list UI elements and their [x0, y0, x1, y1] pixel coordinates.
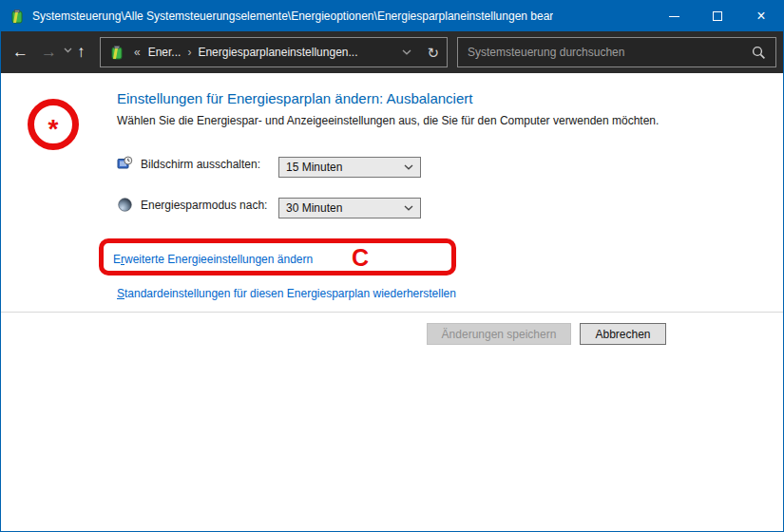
app-window: Systemsteuerung\Alle Systemsteuerungsele…: [0, 0, 784, 532]
breadcrumb-energieoptionen[interactable]: Ener...: [146, 46, 183, 59]
link-accelerator: S: [117, 287, 124, 300]
restore-defaults-link[interactable]: Standardeinstellungen für diesen Energie…: [117, 287, 456, 300]
title-bar: Systemsteuerung\Alle Systemsteuerungsele…: [1, 1, 783, 31]
sleep-icon: [117, 197, 133, 213]
close-icon: ×: [756, 9, 765, 24]
annotation-asterisk: *: [48, 114, 59, 144]
window-title: Systemsteuerung\Alle Systemsteuerungsele…: [32, 10, 553, 23]
breadcrumb-separator-icon: ›: [182, 46, 196, 59]
search-box: [457, 37, 776, 67]
save-changes-button[interactable]: Änderungen speichern: [427, 323, 571, 345]
chevron-down-icon: [404, 164, 413, 170]
annotation-letter-c: C: [352, 244, 369, 272]
display-off-label: Bildschirm ausschalten:: [141, 158, 260, 171]
minimize-icon: [669, 16, 679, 17]
chevron-down-icon: [402, 49, 411, 55]
address-dropdown-button[interactable]: [402, 49, 411, 55]
power-options-icon: [108, 45, 124, 61]
display-timeout-icon: [117, 156, 133, 172]
maximize-button[interactable]: [696, 1, 739, 31]
address-bar[interactable]: « Ener... › Energiesparplaneinstellungen…: [100, 37, 448, 67]
recent-pages-dropdown[interactable]: [64, 48, 72, 53]
cancel-button[interactable]: Abbrechen: [580, 323, 666, 345]
sleep-select[interactable]: 30 Minuten: [278, 198, 421, 218]
maximize-icon: [713, 11, 722, 21]
main-content: Einstellungen für Energiesparplan ändern…: [1, 73, 783, 532]
chevron-down-icon: [404, 205, 413, 211]
back-button[interactable]: ←: [12, 43, 29, 62]
sleep-label: Energiesparmodus nach:: [141, 199, 267, 212]
forward-button[interactable]: →: [41, 43, 57, 62]
close-button[interactable]: ×: [739, 1, 783, 31]
sleep-row: Energiesparmodus nach:: [117, 197, 267, 213]
search-input[interactable]: [458, 46, 752, 59]
page-title: Einstellungen für Energiesparplan ändern…: [117, 90, 472, 106]
power-options-icon: [9, 9, 25, 25]
display-off-value: 15 Minuten: [286, 161, 342, 174]
link-text: tandardeinstellungen für diesen Energies…: [124, 287, 456, 300]
annotation-rectangle: [99, 238, 456, 276]
search-icon[interactable]: [752, 46, 766, 60]
chevron-down-icon: [64, 48, 72, 53]
up-button[interactable]: ↑: [77, 43, 86, 62]
display-off-select[interactable]: 15 Minuten: [278, 157, 421, 178]
breadcrumb-overflow[interactable]: «: [130, 46, 146, 59]
display-off-row: Bildschirm ausschalten:: [117, 156, 260, 172]
divider: [1, 312, 783, 313]
minimize-button[interactable]: [652, 1, 696, 31]
breadcrumb-energiesparplaneinstellungen[interactable]: Energiesparplaneinstellungen...: [196, 46, 359, 59]
refresh-button[interactable]: ↻: [427, 46, 439, 60]
page-subtitle: Wählen Sie die Energiespar- und Anzeigee…: [117, 114, 659, 127]
annotation-circle: *: [28, 99, 79, 150]
sleep-value: 30 Minuten: [286, 201, 342, 215]
